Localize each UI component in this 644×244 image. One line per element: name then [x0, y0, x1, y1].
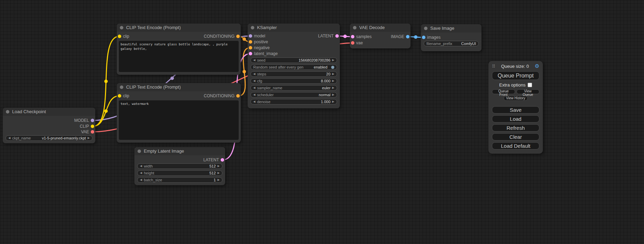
- widget-name: batch_size: [144, 178, 162, 182]
- arrow-left-icon[interactable]: ◀: [253, 92, 255, 98]
- output-slot-conditioning: CONDITIONING: [117, 34, 241, 39]
- widget-name: denoise: [257, 100, 271, 104]
- extra-options-checkbox[interactable]: [528, 83, 532, 87]
- node-clip-text-encode-negative[interactable]: CLIP Text Encode (Prompt) clip CONDITION…: [117, 83, 241, 143]
- view-history-button[interactable]: View History: [504, 96, 528, 101]
- widget-sampler-name[interactable]: ◀ sampler_name euler ▶: [250, 85, 337, 91]
- queue-front-button[interactable]: Queue Front: [492, 89, 515, 94]
- collapse-dot[interactable]: [424, 27, 427, 30]
- output-dot-latent[interactable]: [335, 34, 339, 38]
- widget-height[interactable]: ◀ height 512 ▶: [137, 170, 222, 176]
- prompt-textarea[interactable]: beautiful scenery nature glass bottle la…: [119, 41, 239, 72]
- collapse-dot[interactable]: [6, 110, 9, 114]
- arrow-right-icon[interactable]: ▶: [332, 92, 334, 98]
- link-midpoint-dot: [242, 70, 246, 73]
- widget-value: 8.000: [321, 79, 330, 83]
- arrow-left-icon[interactable]: ◀: [253, 85, 255, 91]
- node-title-bar[interactable]: Load Checkpoint: [3, 108, 95, 116]
- arrow-left-icon[interactable]: ◀: [253, 99, 255, 105]
- output-dot-conditioning[interactable]: [236, 35, 240, 38]
- output-dot-model[interactable]: [91, 119, 94, 122]
- node-title: Empty Latent Image: [144, 148, 184, 154]
- node-empty-latent-image[interactable]: Empty Latent Image LATENT ◀ width 512 ▶ …: [134, 147, 225, 185]
- arrow-left-icon[interactable]: ◀: [140, 163, 142, 169]
- input-dot-vae[interactable]: [351, 41, 354, 45]
- arrow-right-icon[interactable]: ▶: [332, 71, 334, 77]
- widget-width[interactable]: ◀ width 512 ▶: [137, 163, 222, 169]
- widget-ckpt-name[interactable]: ◀ ckpt_name v1-5-pruned-emaonly.ckpt ▶: [6, 135, 92, 141]
- widget-steps[interactable]: ◀ steps 20 ▶: [250, 71, 337, 77]
- node-load-checkpoint[interactable]: Load Checkpoint MODEL CLIP VAE ◀ ckpt_na…: [3, 108, 95, 143]
- arrow-right-icon[interactable]: ▶: [332, 78, 334, 84]
- widget-denoise[interactable]: ◀ denoise 1.000 ▶: [250, 99, 337, 105]
- queue-prompt-button[interactable]: Queue Prompt: [492, 71, 539, 80]
- collapse-dot[interactable]: [251, 26, 254, 29]
- view-queue-button[interactable]: View Queue: [517, 89, 540, 94]
- slot-label: CONDITIONING: [204, 93, 235, 99]
- arrow-right-icon[interactable]: ▶: [218, 163, 220, 169]
- widget-value: 1: [214, 178, 216, 182]
- collapse-dot[interactable]: [120, 26, 123, 29]
- refresh-button[interactable]: Refresh: [492, 124, 539, 132]
- collapse-dot[interactable]: [120, 85, 123, 89]
- output-slot-latent: LATENT: [134, 157, 225, 163]
- widget-name: sampler_name: [257, 86, 282, 90]
- node-ksampler[interactable]: KSampler model LATENT positive negative …: [248, 24, 340, 108]
- arrow-right-icon[interactable]: ▶: [332, 85, 334, 91]
- output-dot-clip[interactable]: [91, 125, 94, 128]
- arrow-right-icon[interactable]: ▶: [218, 170, 220, 176]
- node-title-bar[interactable]: Save Image: [421, 24, 482, 33]
- graph-canvas[interactable]: Load Checkpoint MODEL CLIP VAE ◀ ckpt_na…: [0, 0, 644, 244]
- load-default-button[interactable]: Load Default: [492, 142, 539, 150]
- widget-filename-prefix[interactable]: filename_prefix ComfyUI: [424, 41, 479, 46]
- arrow-right-icon[interactable]: ▶: [88, 135, 90, 141]
- load-button[interactable]: Load: [492, 115, 539, 123]
- link-midpoint-dot: [104, 80, 108, 83]
- arrow-left-icon[interactable]: ◀: [253, 57, 255, 63]
- arrow-left-icon[interactable]: ◀: [253, 78, 255, 84]
- toggle-dot[interactable]: [331, 66, 334, 69]
- output-slot-latent: LATENT: [248, 33, 340, 39]
- node-title-bar[interactable]: VAE Decode: [350, 24, 411, 32]
- widget-scheduler[interactable]: ◀ scheduler normal ▶: [250, 92, 337, 98]
- widget-random-seed[interactable]: Random seed after every gen enabled: [250, 64, 337, 70]
- output-dot-vae[interactable]: [91, 130, 94, 134]
- save-button[interactable]: Save: [492, 106, 539, 114]
- output-dot-latent[interactable]: [221, 158, 224, 162]
- widget-value: euler: [322, 86, 330, 90]
- input-slot-negative: negative: [248, 45, 340, 51]
- arrow-right-icon[interactable]: ▶: [332, 57, 334, 63]
- node-title-bar[interactable]: KSampler: [248, 24, 340, 32]
- output-dot-conditioning[interactable]: [236, 94, 240, 98]
- arrow-left-icon[interactable]: ◀: [8, 135, 10, 141]
- input-dot-images[interactable]: [422, 36, 425, 39]
- clear-button[interactable]: Clear: [492, 133, 539, 141]
- link-midpoint-dot: [242, 37, 246, 41]
- widget-value: v1-5-pruned-emaonly.ckpt: [42, 136, 86, 140]
- output-dot-image[interactable]: [406, 35, 409, 38]
- arrow-left-icon[interactable]: ◀: [140, 170, 142, 176]
- prompt-textarea[interactable]: text, watermark: [119, 100, 239, 140]
- arrow-right-icon[interactable]: ▶: [332, 99, 334, 105]
- input-dot-negative[interactable]: [249, 46, 252, 49]
- input-dot-latent-image[interactable]: [249, 52, 252, 55]
- node-title-bar[interactable]: CLIP Text Encode (Prompt): [117, 24, 241, 32]
- arrow-left-icon[interactable]: ◀: [140, 177, 142, 183]
- node-title-bar[interactable]: Empty Latent Image: [134, 147, 225, 155]
- arrow-left-icon[interactable]: ◀: [253, 71, 255, 77]
- input-dot-positive[interactable]: [249, 40, 252, 44]
- collapse-dot[interactable]: [138, 150, 141, 153]
- node-title-bar[interactable]: CLIP Text Encode (Prompt): [117, 83, 241, 91]
- arrow-right-icon[interactable]: ▶: [218, 177, 220, 183]
- widget-cfg[interactable]: ◀ cfg 8.000 ▶: [250, 78, 337, 84]
- gear-icon[interactable]: ⚙: [535, 63, 539, 69]
- widget-seed[interactable]: ◀ seed 156680208700286 ▶: [250, 57, 337, 63]
- drag-handle-icon[interactable]: ⠿: [492, 64, 495, 69]
- node-save-image[interactable]: Save Image images filename_prefix ComfyU…: [421, 24, 482, 51]
- node-clip-text-encode-positive[interactable]: CLIP Text Encode (Prompt) clip CONDITION…: [117, 24, 241, 75]
- collapse-dot[interactable]: [353, 26, 356, 29]
- widget-value: 156680208700286: [299, 58, 330, 62]
- node-vae-decode[interactable]: VAE Decode samples IMAGE vae: [350, 24, 411, 48]
- widget-batch-size[interactable]: ◀ batch_size 1 ▶: [137, 177, 222, 183]
- input-slot-latent-image: latent_image: [248, 51, 340, 56]
